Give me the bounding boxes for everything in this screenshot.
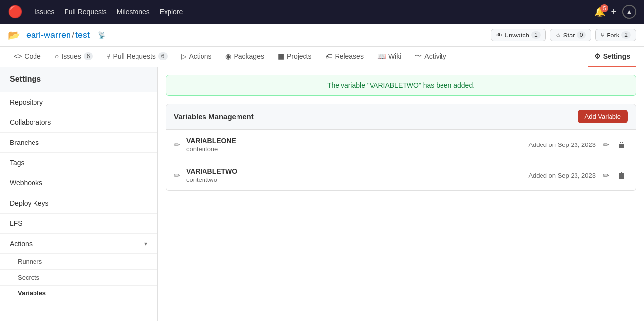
nav-issues[interactable]: Issues xyxy=(34,8,54,16)
fork-count: 2 xyxy=(621,31,631,39)
sidebar-item-deploy-keys[interactable]: Deploy Keys xyxy=(0,193,157,214)
nav-milestones[interactable]: Milestones xyxy=(117,8,150,16)
packages-icon: ◉ xyxy=(225,52,231,60)
success-message: The variable "VARIABLETWO" has been adde… xyxy=(327,81,475,89)
var-value: contenttwo xyxy=(186,176,528,183)
star-button[interactable]: ☆ Star 0 xyxy=(550,29,592,41)
vars-section-header: Variables Management Add Variable xyxy=(166,104,636,130)
site-logo[interactable]: 🔴 xyxy=(8,5,23,19)
tab-releases[interactable]: 🏷 Releases xyxy=(320,47,370,67)
var-meta: Added on Sep 23, 2023 ✏ 🗑 xyxy=(528,169,628,182)
star-icon: ☆ xyxy=(555,32,561,39)
sidebar-item-repository[interactable]: Repository xyxy=(0,92,157,112)
tab-activity-label: Activity xyxy=(424,52,446,60)
unwatch-count: 1 xyxy=(531,31,541,39)
path-separator: / xyxy=(72,30,74,40)
pr-badge: 6 xyxy=(158,52,168,60)
unwatch-label: Unwatch xyxy=(505,32,530,39)
add-variable-button[interactable]: Add Variable xyxy=(578,110,628,123)
sidebar-item-actions[interactable]: Actions ▾ xyxy=(0,234,157,254)
var-value: contentone xyxy=(186,145,528,153)
var-added-date: Added on Sep 23, 2023 xyxy=(528,141,596,148)
repo-icon: 📂 xyxy=(8,29,20,41)
navbar-right: 🔔 5 + ▲ xyxy=(594,5,636,19)
projects-icon: ▦ xyxy=(278,52,284,60)
releases-icon: 🏷 xyxy=(326,52,333,60)
repo-actions: 👁 Unwatch 1 ☆ Star 0 ⑂ Fork 2 xyxy=(491,29,636,41)
issues-badge: 6 xyxy=(84,52,93,60)
tab-pull-requests[interactable]: ⑂ Pull Requests 6 xyxy=(101,47,173,67)
success-alert: The variable "VARIABLETWO" has been adde… xyxy=(166,75,636,96)
tab-wiki[interactable]: 📖 Wiki xyxy=(372,47,407,67)
var-info: VARIABLETWO contenttwo xyxy=(186,167,528,183)
navbar: 🔴 Issues Pull Requests Milestones Explor… xyxy=(0,0,644,24)
table-row: ✏ VARIABLETWO contenttwo Added on Sep 23… xyxy=(166,160,636,190)
tab-issues-label: Issues xyxy=(61,52,81,60)
tab-projects-label: Projects xyxy=(287,52,312,60)
edit-variable-button[interactable]: ✏ xyxy=(601,169,611,182)
sidebar-sub-item-secrets[interactable]: Secrets xyxy=(0,270,157,286)
sidebar-heading: Settings xyxy=(0,67,157,92)
user-avatar-button[interactable]: ▲ xyxy=(622,5,636,19)
sidebar-item-tags[interactable]: Tags xyxy=(0,153,157,173)
delete-variable-button[interactable]: 🗑 xyxy=(616,169,628,182)
tab-settings[interactable]: ⚙ Settings xyxy=(588,47,636,67)
star-count: 0 xyxy=(577,31,586,39)
tab-actions[interactable]: ▷ Actions xyxy=(175,47,218,67)
sidebar-actions-label: Actions xyxy=(10,240,33,248)
tab-releases-label: Releases xyxy=(335,52,364,60)
main-layout: Settings Repository Collaborators Branch… xyxy=(0,67,644,321)
sidebar-item-webhooks[interactable]: Webhooks xyxy=(0,173,157,193)
sidebar-item-collaborators[interactable]: Collaborators xyxy=(0,112,157,133)
sidebar-sub-item-variables[interactable]: Variables xyxy=(0,286,157,301)
variables-list: ✏ VARIABLEONE contentone Added on Sep 23… xyxy=(166,130,636,191)
table-row: ✏ VARIABLEONE contentone Added on Sep 23… xyxy=(166,130,636,160)
repo-path: earl-warren/test xyxy=(26,30,90,40)
wiki-icon: 📖 xyxy=(377,52,386,60)
pr-icon: ⑂ xyxy=(106,52,110,60)
tab-code[interactable]: <> Code xyxy=(8,47,47,67)
var-info: VARIABLEONE contentone xyxy=(186,137,528,153)
repo-tabs: <> Code ○ Issues 6 ⑂ Pull Requests 6 ▷ A… xyxy=(0,47,644,67)
delete-variable-button[interactable]: 🗑 xyxy=(616,139,628,151)
fork-button[interactable]: ⑂ Fork 2 xyxy=(595,29,636,41)
tab-activity[interactable]: 〜 Activity xyxy=(409,47,452,67)
nav-pull-requests[interactable]: Pull Requests xyxy=(64,8,106,16)
rss-icon[interactable]: 📡 xyxy=(98,31,106,39)
fork-icon: ⑂ xyxy=(601,32,605,39)
repo-header: 📂 earl-warren/test 📡 👁 Unwatch 1 ☆ Star … xyxy=(0,24,644,47)
tab-code-label: Code xyxy=(24,52,40,60)
pencil-icon: ✏ xyxy=(174,140,180,149)
star-label: Star xyxy=(563,32,575,39)
repo-name-link[interactable]: test xyxy=(75,30,90,40)
tab-pr-label: Pull Requests xyxy=(113,52,155,60)
tab-packages[interactable]: ◉ Packages xyxy=(219,47,270,67)
sidebar-sub-item-runners[interactable]: Runners xyxy=(0,254,157,270)
var-meta: Added on Sep 23, 2023 ✏ 🗑 xyxy=(528,138,628,151)
tab-wiki-label: Wiki xyxy=(388,52,401,60)
vars-section-title: Variables Management xyxy=(174,112,254,121)
notification-badge: 5 xyxy=(600,4,608,12)
fork-label: Fork xyxy=(607,32,619,39)
edit-variable-button[interactable]: ✏ xyxy=(601,138,611,151)
chevron-down-icon: ▾ xyxy=(144,240,147,247)
notification-button[interactable]: 🔔 5 xyxy=(594,6,605,17)
nav-explore[interactable]: Explore xyxy=(160,8,183,16)
var-name: VARIABLETWO xyxy=(186,167,528,175)
main-content: The variable "VARIABLETWO" has been adde… xyxy=(158,67,644,321)
tab-projects[interactable]: ▦ Projects xyxy=(272,47,318,67)
unwatch-button[interactable]: 👁 Unwatch 1 xyxy=(491,29,546,41)
sidebar-item-branches[interactable]: Branches xyxy=(0,133,157,153)
actions-icon: ▷ xyxy=(181,52,187,60)
pencil-icon: ✏ xyxy=(174,171,180,180)
tab-issues[interactable]: ○ Issues 6 xyxy=(49,47,99,67)
settings-icon: ⚙ xyxy=(594,52,601,60)
create-button[interactable]: + xyxy=(611,7,616,17)
repo-owner-link[interactable]: earl-warren xyxy=(26,30,71,40)
eye-icon: 👁 xyxy=(496,32,503,39)
user-avatar: ▲ xyxy=(622,5,636,19)
tab-settings-label: Settings xyxy=(603,52,630,60)
activity-icon: 〜 xyxy=(415,52,422,61)
tab-packages-label: Packages xyxy=(234,52,264,60)
sidebar-item-lfs[interactable]: LFS xyxy=(0,214,157,234)
